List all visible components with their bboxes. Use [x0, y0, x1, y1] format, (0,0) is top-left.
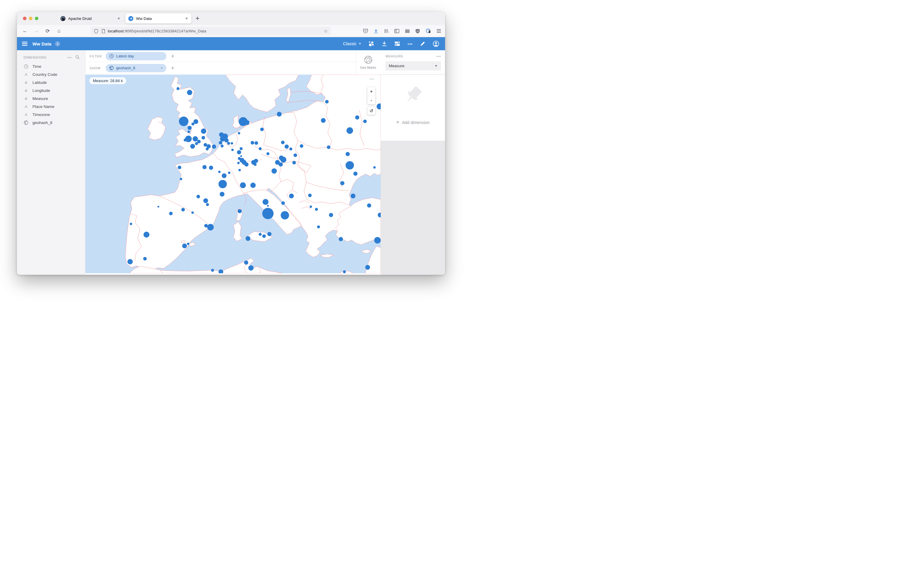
geo-bubble[interactable] — [248, 265, 254, 271]
geo-bubble[interactable] — [130, 223, 132, 225]
europe-map[interactable] — [86, 75, 381, 273]
geo-bubble[interactable] — [244, 162, 249, 166]
app-menu-icon[interactable] — [22, 41, 28, 46]
close-tab-icon[interactable]: × — [185, 16, 188, 21]
sidebar-item-longitude[interactable]: # Longitude — [17, 87, 85, 95]
menu-hamburger-icon[interactable] — [436, 28, 441, 33]
geo-bubble[interactable] — [325, 100, 328, 104]
geo-bubble[interactable] — [254, 159, 258, 163]
geo-bubble[interactable] — [127, 259, 133, 264]
geo-bubble[interactable] — [367, 203, 371, 207]
edit-pencil-icon[interactable] — [420, 41, 426, 46]
geo-bubble[interactable] — [181, 208, 185, 211]
reset-view-button[interactable]: ↺ — [367, 107, 375, 115]
geo-bubble[interactable] — [289, 194, 294, 198]
geo-bubble[interactable] — [231, 142, 233, 145]
subscribe-rows-icon[interactable] — [394, 41, 400, 46]
geo-bubble[interactable] — [157, 206, 159, 207]
home-button[interactable]: ⌂ — [54, 28, 63, 34]
pocket-icon[interactable] — [363, 28, 368, 34]
close-tab-icon[interactable]: × — [117, 16, 120, 21]
geo-bubble[interactable] — [212, 145, 216, 149]
geo-bubble[interactable] — [191, 211, 194, 214]
geo-bubble[interactable] — [277, 112, 282, 117]
geo-bubble[interactable] — [201, 136, 205, 140]
geo-bubble[interactable] — [353, 172, 358, 176]
geo-bubble[interactable] — [190, 144, 195, 149]
geo-bubble[interactable] — [272, 168, 277, 174]
add-filter-button[interactable]: + — [171, 53, 175, 60]
ublock-shield-icon[interactable]: U0 — [415, 28, 420, 34]
geo-bubble[interactable] — [285, 145, 289, 149]
privacy-lock-icon[interactable] — [426, 28, 431, 34]
geo-bubble[interactable] — [206, 203, 209, 206]
back-button[interactable]: ← — [21, 28, 30, 34]
user-avatar-icon[interactable] — [433, 41, 439, 47]
geo-bubble[interactable] — [300, 144, 304, 148]
sidebar-item-time[interactable]: Time — [17, 62, 85, 71]
page-info-icon[interactable] — [101, 29, 106, 33]
geo-bubble[interactable] — [343, 270, 346, 273]
geo-bubble[interactable] — [191, 123, 195, 125]
reload-button[interactable]: ⟳ — [43, 28, 52, 34]
minimize-window-button[interactable] — [29, 16, 33, 20]
sidebar-item-place-name[interactable]: A Place Name — [17, 103, 85, 111]
geo-bubble[interactable] — [221, 145, 224, 148]
geo-bubble[interactable] — [355, 115, 359, 120]
new-tab-button[interactable]: + — [196, 15, 200, 22]
geo-bubble[interactable] — [219, 141, 223, 145]
geo-bubble[interactable] — [188, 126, 192, 130]
geo-bubble[interactable] — [351, 194, 355, 198]
geo-bubble[interactable] — [262, 208, 274, 219]
geo-bubble[interactable] — [207, 224, 214, 230]
sidebar-item-timezone[interactable]: A Timezone — [17, 111, 85, 118]
geo-bubble[interactable] — [374, 237, 381, 243]
geo-bubble[interactable] — [220, 192, 224, 197]
geo-bubble[interactable] — [267, 232, 272, 236]
geo-bubble[interactable] — [224, 138, 229, 143]
geo-bubble[interactable] — [227, 142, 230, 145]
download-icon[interactable] — [382, 41, 387, 46]
geo-bubble[interactable] — [292, 161, 296, 164]
geo-bubble[interactable] — [239, 147, 243, 150]
geo-bubble[interactable] — [178, 166, 181, 169]
geo-bubble[interactable] — [182, 243, 187, 248]
geo-bubble[interactable] — [289, 148, 292, 150]
map-options-icon[interactable]: ... — [370, 75, 374, 80]
zoom-in-button[interactable]: + — [367, 87, 375, 96]
geo-bubble[interactable] — [177, 87, 180, 90]
downloads-icon[interactable] — [373, 28, 379, 34]
forward-button[interactable]: → — [32, 28, 41, 34]
geo-bubble[interactable] — [254, 163, 257, 166]
view-mode-select[interactable]: Classic ▼ — [343, 41, 361, 46]
geo-bubble[interactable] — [218, 180, 227, 188]
fence-extension-icon[interactable] — [404, 28, 410, 34]
tab-apache-druid[interactable]: Apache Druid × — [58, 13, 124, 23]
geo-bubble[interactable] — [203, 198, 208, 203]
geo-bubble[interactable] — [222, 173, 226, 178]
geo-bubble[interactable] — [280, 157, 286, 163]
geo-marks-visualization-tile[interactable]: Geo Marks — [356, 50, 380, 74]
geo-bubble[interactable] — [228, 172, 230, 174]
geo-bubble[interactable] — [260, 128, 264, 131]
geo-bubble[interactable] — [180, 178, 182, 180]
geo-bubble[interactable] — [188, 130, 190, 133]
geo-bubble[interactable] — [240, 155, 242, 157]
geo-bubble[interactable] — [329, 213, 333, 217]
geo-bubble[interactable] — [204, 224, 208, 227]
geo-bubble[interactable] — [340, 181, 345, 185]
geo-bubble[interactable] — [346, 152, 350, 156]
geo-bubble[interactable] — [259, 147, 262, 150]
geo-bubble[interactable] — [206, 148, 209, 150]
sidebar-item-latitude[interactable]: # Latitude — [17, 79, 85, 87]
sidebar-item-geohash-8[interactable]: geohash_8 — [17, 118, 85, 127]
sidebar-item-country-code[interactable]: A Country Code — [17, 71, 85, 79]
geo-bubble[interactable] — [294, 153, 297, 157]
add-to-dashboard-icon[interactable] — [368, 41, 374, 47]
geo-bubble[interactable] — [254, 141, 258, 145]
geo-bubble[interactable] — [259, 233, 262, 236]
geo-bubble[interactable] — [267, 205, 269, 207]
geo-bubble[interactable] — [266, 152, 269, 155]
library-icon[interactable] — [384, 28, 389, 34]
geo-bubble[interactable] — [237, 150, 241, 155]
